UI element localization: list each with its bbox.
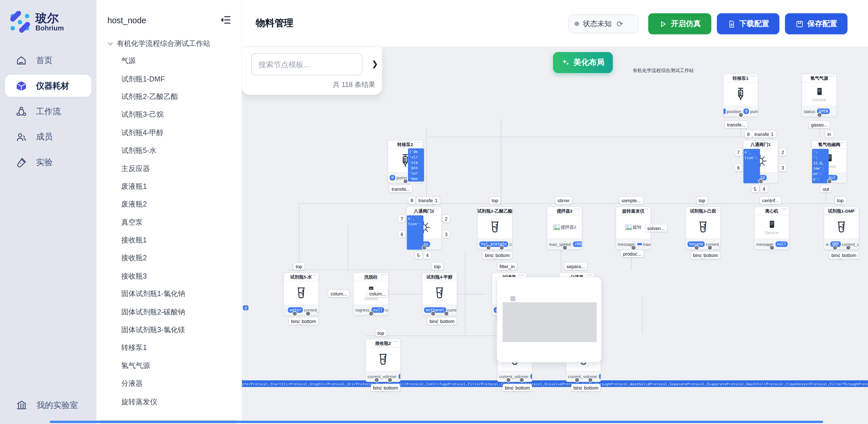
port-label: 4	[424, 251, 431, 259]
start-simulation-button[interactable]: 开启仿真	[648, 13, 711, 34]
node-menu-icon[interactable]: •••	[851, 207, 857, 211]
node-氢气电磁阀[interactable]: 氢气电磁阀•••Devicestatus:nul›':':12.0,ime':e…	[811, 140, 847, 183]
save-config-button[interactable]: 保存配置	[785, 13, 847, 34]
tree-item-16[interactable]: 转移泵1	[96, 339, 242, 357]
node-menu-icon[interactable]: •••	[415, 141, 421, 145]
node-接收瓶2[interactable]: 接收瓶2•••current_volume:0››	[366, 339, 401, 382]
port-connector-icon[interactable]: ›	[369, 311, 373, 315]
node-menu-icon[interactable]: •••	[587, 273, 592, 277]
port-connector-icon[interactable]: ›	[506, 378, 510, 382]
node-转移泵2[interactable]: 转移泵2•••0pump_info:›{'de'vir'sta'pos'cur'…	[388, 140, 423, 183]
tree-root-workstation[interactable]: 有机化学流程综合测试工作站	[96, 36, 242, 52]
node-搅拌器2[interactable]: 搅拌器2•••搅拌器2max_speed:2000›	[547, 207, 583, 250]
tree-item-15[interactable]: 固体试剂瓶3-氯化镁	[96, 321, 242, 339]
node-试剂瓶2-乙酸乙酯[interactable]: 试剂瓶2-乙酸乙酯•••hyl_acetatecurre››	[477, 207, 513, 250]
tree-item-12[interactable]: 接收瓶3	[96, 267, 242, 285]
port-connector-icon[interactable]: ›	[404, 179, 408, 183]
refresh-icon[interactable]: ⟳	[617, 20, 623, 28]
node-menu-icon[interactable]: •••	[574, 207, 580, 211]
port-connector-icon[interactable]: ›	[306, 311, 310, 315]
node-menu-icon[interactable]: •••	[381, 273, 386, 277]
node-menu-icon[interactable]: •••	[643, 207, 649, 211]
node-试剂瓶3-己烷[interactable]: 试剂瓶3-己烷•••hexanecurrent_v››	[685, 207, 721, 250]
tree-item-18[interactable]: 分液器	[96, 375, 242, 393]
port-label: bottom	[701, 251, 720, 259]
minimap-viewport[interactable]	[502, 302, 597, 342]
tree-item-8[interactable]: 废液瓶2	[96, 195, 242, 213]
node-menu-icon[interactable]: •••	[311, 273, 317, 277]
port-connector-icon[interactable]: ›	[563, 246, 567, 250]
node-menu-icon[interactable]: •••	[829, 74, 835, 78]
tree-item-7[interactable]: 废液瓶1	[96, 178, 242, 195]
sidebar-item-my-lab[interactable]: 我的实验室	[0, 394, 96, 416]
search-next-icon[interactable]: ❯	[371, 59, 378, 68]
tree-item-3[interactable]: 试剂瓶3-己烷	[96, 106, 242, 124]
node-menu-icon[interactable]: •••	[393, 339, 398, 343]
port-connector-icon[interactable]: ›	[770, 246, 774, 250]
node-title: 转移泵2	[397, 142, 413, 147]
port-connector-icon[interactable]: ›	[739, 113, 743, 117]
node-八通阀门1[interactable]: 八通阀门1•••status:Id›n',tion':	[743, 140, 778, 183]
node-menu-icon[interactable]: •••	[449, 273, 455, 277]
port-connector-icon[interactable]: ›	[708, 246, 712, 250]
node-menu-icon[interactable]: •••	[839, 141, 845, 145]
tree-item-6[interactable]: 主反应器	[96, 159, 242, 178]
tree-item-11[interactable]: 接收瓶2	[96, 249, 242, 267]
node-试剂瓶5-水[interactable]: 试剂瓶5-水•••:watercurrent_v››	[283, 272, 319, 315]
tree-item-4[interactable]: 试剂瓶4-甲醇	[96, 124, 242, 142]
canvas-hscrollbar[interactable]	[50, 421, 823, 423]
node-menu-icon[interactable]: •••	[781, 207, 787, 211]
search-input[interactable]	[251, 53, 363, 75]
tree-item-19[interactable]: 旋转蒸发仪	[96, 393, 242, 411]
port-connector-icon[interactable]: ›	[846, 246, 850, 250]
node-menu-icon[interactable]: •••	[771, 141, 776, 145]
download-config-button[interactable]: 下载配置	[717, 13, 779, 34]
status-pill[interactable]: 状态未知 ⟳	[568, 14, 639, 33]
port-connector-icon[interactable]: ›	[375, 378, 379, 382]
tree-item-17[interactable]: 氢气气源	[96, 357, 242, 375]
port-connector-icon[interactable]: ›	[833, 246, 837, 250]
tree-item-1[interactable]: 试剂瓶1-DMF	[96, 70, 242, 88]
port-connector-icon[interactable]: ›	[500, 246, 504, 250]
port-connector-icon[interactable]: ›	[388, 378, 392, 382]
tree-item-13[interactable]: 固体试剂瓶1-氯化钠	[96, 285, 242, 303]
sidebar-item-2[interactable]: 工作流	[0, 99, 96, 124]
tree-item-10[interactable]: 接收瓶1	[96, 231, 242, 249]
node-氢气气源[interactable]: 氢气气源•••Devicestatus:OPEN›	[802, 74, 837, 117]
node-menu-icon[interactable]: •••	[434, 207, 439, 211]
port-connector-icon[interactable]: ›	[588, 378, 592, 382]
sidebar-item-0[interactable]: 首页	[0, 48, 96, 73]
tree-item-2[interactable]: 试剂瓶2-乙酸乙酯	[96, 88, 242, 106]
port-connector-icon[interactable]: ›	[444, 311, 448, 315]
tree-item-14[interactable]: 固体试剂瓶2-碳酸钠	[96, 303, 242, 321]
sidebar-item-1[interactable]: 仪器耗材	[5, 75, 91, 97]
port-connector-icon[interactable]: ›	[828, 179, 832, 183]
tree-item-0[interactable]: 气源	[96, 52, 242, 70]
tree-item-9[interactable]: 真空泵	[96, 213, 242, 232]
node-转移泵1[interactable]: 转移泵1•••position:0pump›	[723, 74, 758, 117]
node-menu-icon[interactable]: •••	[750, 74, 756, 78]
port-connector-icon[interactable]: ›	[422, 246, 426, 250]
minimap[interactable]	[497, 277, 602, 363]
port-connector-icon[interactable]: ›	[520, 378, 524, 382]
node-试剂瓶1-DMF[interactable]: 试剂瓶1-DMF•••e:DMFcurrent_vol››	[824, 207, 859, 250]
node-试剂瓶4-甲醇[interactable]: 试剂瓶4-甲醇•••methanolcurrent_››	[422, 272, 458, 315]
port-connector-icon[interactable]: ›	[817, 113, 822, 117]
node-menu-icon[interactable]: •••	[519, 273, 525, 277]
port-connector-icon[interactable]: ›	[487, 246, 491, 250]
sidebar-item-3[interactable]: 成员	[0, 124, 96, 149]
node-八通阀门2[interactable]: 八通阀门2•••status:nu›n',tion':	[406, 207, 442, 250]
tree-item-5[interactable]: 试剂瓶5-水	[96, 142, 242, 160]
collapse-panel-icon[interactable]	[220, 14, 231, 26]
port-connector-icon[interactable]: ›	[575, 378, 579, 382]
beautify-layout-button[interactable]: 美化布局	[553, 52, 613, 73]
port-connector-icon[interactable]: ›	[695, 246, 699, 250]
node-离心机[interactable]: 离心机•••Devicemessage:nullma›	[754, 207, 789, 250]
port-connector-icon[interactable]: ›	[431, 311, 435, 315]
port-connector-icon[interactable]: ›	[293, 311, 297, 315]
node-menu-icon[interactable]: •••	[504, 207, 510, 211]
sidebar-item-4[interactable]: 实验	[0, 149, 96, 175]
port-connector-icon[interactable]: ›	[632, 246, 636, 250]
port-connector-icon[interactable]: ›	[759, 179, 763, 183]
node-menu-icon[interactable]: •••	[713, 207, 718, 211]
